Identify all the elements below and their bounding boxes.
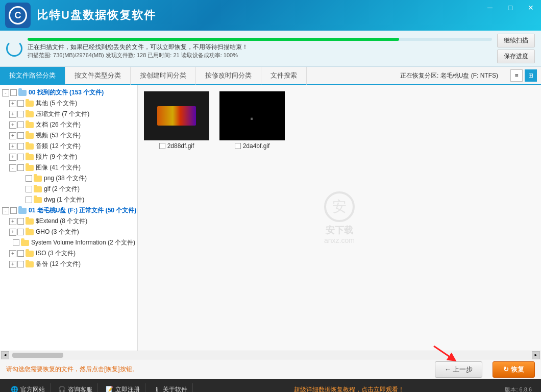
close-button[interactable]: ✕ — [521, 0, 541, 15]
tree-item-found-files[interactable]: - 00 找到的文件 (153 个文件) — [0, 87, 137, 98]
tree-toggle-7[interactable]: - — [9, 164, 16, 172]
tree-checkbox-16[interactable] — [17, 261, 24, 267]
tree-checkbox-0[interactable] — [10, 89, 17, 96]
tree-label-16: 备份 (12 个文件) — [36, 260, 81, 268]
tree-checkbox-1[interactable] — [17, 100, 24, 107]
tree-checkbox-2[interactable] — [17, 111, 24, 117]
partition-info: 正在恢复分区: 老毛桃U盘 (F: NTFS) — [392, 67, 506, 84]
folder-icon-3 — [26, 122, 34, 128]
tree-toggle-16[interactable]: + — [9, 261, 16, 268]
thumb-image-0 — [144, 91, 209, 140]
folder-icon-6 — [26, 154, 34, 160]
tree-label-11: 01 老毛桃U盘 (F:) 正常文件 (50 个文件) — [29, 206, 136, 215]
tree-toggle-6[interactable]: + — [9, 154, 16, 161]
save-progress-button[interactable]: 保存进度 — [497, 50, 535, 63]
nav-official-site[interactable]: 🌐 官方网站 — [5, 383, 51, 393]
tree-label-8: png (38 个文件) — [44, 174, 87, 183]
nav-label-3: 关于软件 — [163, 385, 187, 393]
tree-toggle-12[interactable]: + — [9, 218, 16, 225]
tab-modify-time[interactable]: 按修改时间分类 — [196, 67, 261, 85]
tree-item-normal-files[interactable]: - 01 老毛桃U盘 (F:) 正常文件 (50 个文件) — [0, 205, 137, 216]
tree-checkbox-14[interactable] — [13, 239, 19, 246]
folder-icon-12 — [26, 218, 34, 225]
thumb-checkbox-1[interactable] — [235, 143, 241, 149]
thumb-checkbox-0[interactable] — [159, 143, 165, 149]
watermark: 安 安下载 anxz.com — [324, 191, 355, 244]
view-icons: ≡ ⊞ — [506, 67, 541, 84]
recover-button[interactable]: ↻ 恢复 — [493, 361, 535, 378]
tree-item-extend[interactable]: + $Extend (8 个文件) — [0, 216, 137, 227]
thumb-filename-0: 2d88df.gif — [167, 142, 194, 150]
tree-toggle-1[interactable]: + — [9, 100, 16, 107]
tree-toggle-4[interactable]: + — [9, 132, 16, 139]
tree-toggle-11[interactable]: - — [2, 207, 9, 214]
info-icon: ℹ — [153, 385, 161, 392]
tree-checkbox-10[interactable] — [26, 197, 32, 203]
tree-item-video[interactable]: + 视频 (53 个文件) — [0, 130, 137, 141]
tree-scrollbar[interactable]: ◄ ► — [0, 351, 541, 359]
tree-toggle-13[interactable]: + — [9, 229, 16, 236]
tree-checkbox-15[interactable] — [17, 250, 24, 257]
tree-checkbox-9[interactable] — [26, 186, 32, 192]
thumb-image-1 — [219, 91, 285, 140]
tree-toggle-15[interactable]: + — [9, 250, 16, 257]
tree-checkbox-7[interactable] — [17, 164, 24, 171]
nav-about[interactable]: ℹ 关于软件 — [147, 383, 193, 393]
scroll-left-arrow[interactable]: ◄ — [1, 351, 9, 359]
tree-item-iso[interactable]: + ISO (3 个文件) — [0, 248, 137, 259]
tree-item-others[interactable]: + 其他 (5 个文件) — [0, 98, 137, 109]
footer-buttons: ← 上一步 ↻ 恢复 — [435, 361, 535, 378]
tree-checkbox-8[interactable] — [26, 175, 32, 182]
tab-file-search[interactable]: 文件搜索 — [261, 67, 307, 85]
tree-toggle-5[interactable]: + — [9, 143, 16, 150]
tree-checkbox-5[interactable] — [17, 143, 24, 150]
file-thumb-1[interactable]: 2da4bf.gif — [217, 89, 287, 152]
tree-toggle-0[interactable]: - — [2, 89, 9, 96]
tab-file-path[interactable]: 按文件路径分类 — [0, 67, 65, 85]
continue-scan-button[interactable]: 继续扫描 — [497, 34, 535, 47]
folder-icon-16 — [26, 261, 34, 267]
tree-label-6: 照片 (9 个文件) — [36, 153, 77, 161]
tree-checkbox-13[interactable] — [17, 229, 24, 235]
tree-toggle-3[interactable]: + — [9, 121, 16, 129]
grid-view-button[interactable]: ⊞ — [525, 69, 537, 82]
tree-item-png[interactable]: png (38 个文件) — [0, 173, 137, 184]
tree-label-13: GHO (3 个文件) — [36, 228, 79, 236]
folder-icon-10 — [34, 197, 42, 203]
tree-toggle-2[interactable]: + — [9, 111, 16, 118]
tree-item-audio[interactable]: + 音频 (12 个文件) — [0, 141, 137, 152]
tree-item-gho[interactable]: + GHO (3 个文件) — [0, 227, 137, 237]
nav-customer-service[interactable]: 🎧 咨询客服 — [53, 383, 98, 393]
folder-icon-14 — [21, 240, 29, 246]
tree-item-photos[interactable]: + 照片 (9 个文件) — [0, 152, 137, 162]
file-thumb-0[interactable]: 2d88df.gif — [142, 89, 211, 152]
tree-checkbox-6[interactable] — [17, 154, 24, 160]
minimize-button[interactable]: ─ — [480, 0, 500, 15]
tree-checkbox-11[interactable] — [10, 207, 17, 214]
list-view-button[interactable]: ≡ — [510, 69, 523, 82]
nav-register[interactable]: 📝 立即注册 — [100, 383, 145, 393]
tree-item-svi[interactable]: System Volume Information (2 个文件) — [0, 237, 137, 248]
tree-item-dwg[interactable]: dwg (1 个文件) — [0, 194, 137, 205]
tab-file-type[interactable]: 按文件类型分类 — [65, 67, 131, 85]
tree-checkbox-4[interactable] — [17, 132, 24, 139]
tree-label-12: $Extend (8 个文件) — [36, 217, 87, 226]
scan-status-bar: 正在扫描文件，如果已经找到您丢失的文件，可以立即恢复，不用等待扫描结束！ 扫描范… — [0, 31, 541, 67]
tree-item-gif[interactable]: gif (2 个文件) — [0, 184, 137, 194]
tree-item-images[interactable]: - 图像 (41 个文件) — [0, 162, 137, 173]
tree-label-0: 00 找到的文件 (153 个文件) — [29, 88, 104, 97]
back-button[interactable]: ← 上一步 — [435, 361, 483, 378]
tab-spacer — [307, 67, 392, 84]
scroll-right-arrow[interactable]: ► — [532, 351, 540, 359]
folder-icon-7 — [26, 165, 34, 171]
tree-checkbox-12[interactable] — [17, 218, 24, 225]
tab-create-time[interactable]: 按创建时间分类 — [131, 67, 196, 85]
tree-checkbox-3[interactable] — [17, 121, 24, 128]
maximize-button[interactable]: □ — [500, 0, 521, 15]
scroll-thumb[interactable] — [12, 353, 63, 358]
app-logo: C — [5, 3, 31, 28]
tree-item-docs[interactable]: + 文档 (26 个文件) — [0, 119, 137, 130]
tree-item-backup[interactable]: + 备份 (12 个文件) — [0, 259, 137, 270]
tree-item-compress[interactable]: + 压缩文件 (7 个文件) — [0, 109, 137, 119]
folder-icon-2 — [26, 111, 34, 117]
